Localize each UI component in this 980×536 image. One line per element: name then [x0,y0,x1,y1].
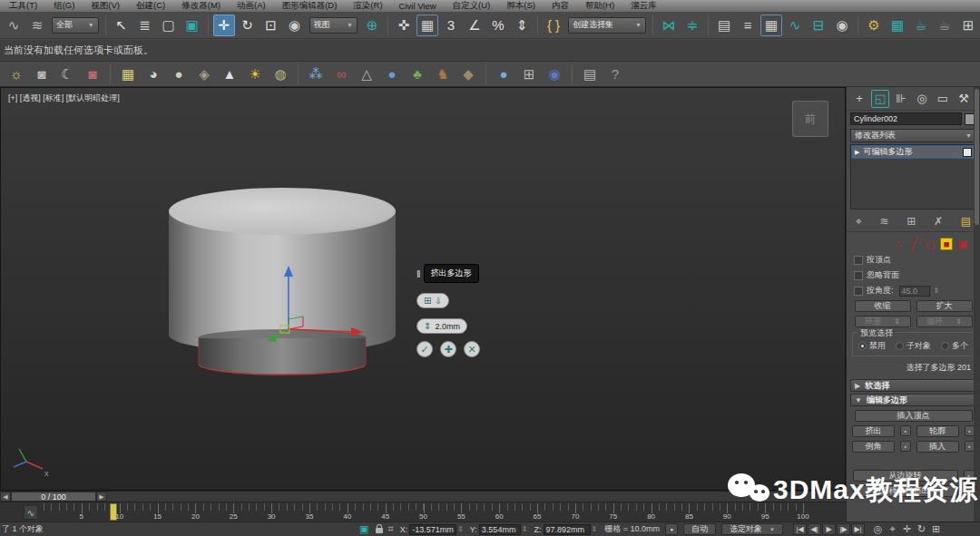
auto-key-button[interactable]: 自动 [683,523,716,535]
globe-icon[interactable]: ● [380,63,404,85]
mirror-icon[interactable]: ⋈ [658,15,680,36]
track-bar[interactable]: ∿ 51015202530354045505560657075808590951… [0,502,846,521]
next-frame-arrow[interactable]: ▶ [96,492,107,502]
rollout-edit-polygons[interactable]: ▼ 编辑多边形 [850,394,976,406]
caddy-ok-button[interactable]: ✓ [416,341,433,357]
film-camera-icon[interactable]: ◙ [81,63,104,85]
modifier-list-dropdown[interactable]: 修改器列表 ▼ [850,129,976,142]
camera-icon[interactable]: ◙ [30,63,54,85]
x-coordinate-field[interactable]: -13.571mm [409,524,456,535]
menu-item[interactable]: 脚本(S) [499,0,543,12]
tab-hierarchy[interactable]: ⊪ [892,90,910,108]
border-icon[interactable]: ▢ [924,238,936,250]
horse-icon[interactable]: ♞ [431,63,455,85]
ribbon-toggle-icon[interactable]: ▦ [760,15,782,36]
pin-stack-icon[interactable]: ⌖ [856,215,862,228]
plane-icon[interactable]: ▦ [116,63,140,85]
viewport[interactable]: x [+] [透视] [标准] [默认明暗处理] 前 ‖ 挤出多边形 ⊞ ⇩ [0,87,846,491]
orbit-icon[interactable]: ↻ [915,523,928,535]
snap-toggle-3d-icon[interactable]: 3 [440,15,462,36]
menu-item[interactable]: 工具(T) [2,0,44,12]
previous-frame-icon[interactable]: ◀| [808,523,821,535]
menu-item[interactable]: 自定义(U) [446,0,498,12]
configure-modifier-sets-icon[interactable]: ▤ [961,215,971,228]
select-and-scale-icon[interactable]: ⊡ [260,15,282,36]
cylinder-object[interactable] [169,188,396,375]
element-icon[interactable]: ▣ [956,238,969,250]
pyramid-icon[interactable]: △ [355,63,378,85]
isolate-selection-icon[interactable]: ▣ [359,523,368,535]
use-pivot-point-center-icon[interactable]: ⊕ [361,15,383,36]
select-and-manipulate-icon[interactable]: ✜ [393,15,415,36]
menu-item[interactable]: 内容 [544,0,576,12]
named-selection-sets-dropdown[interactable]: 创建选择集▼ [568,17,646,34]
make-unique-icon[interactable]: ⊞ [906,215,916,228]
remove-modifier-icon[interactable]: ✗ [934,215,943,228]
previous-frame-arrow[interactable]: ◀ [0,492,11,502]
viewcube-front-face[interactable]: 前 [805,112,816,127]
extrude-height-field[interactable]: ⇕ 2.0mm [416,318,467,334]
spinner-arrows-icon[interactable]: ⇕ [592,525,598,533]
bevel-settings-button[interactable]: ▪ [900,441,910,452]
maximize-viewport-icon[interactable]: ⊞ [929,523,943,535]
help-icon[interactable]: ? [603,63,627,85]
keyboard-override-toggle-icon[interactable]: ▦ [416,15,438,36]
extrude-settings-button[interactable]: ▪ [900,425,910,436]
zoom-extents-icon[interactable]: ⌖ [886,523,899,535]
caddy-apply-button[interactable]: ✚ [440,341,456,357]
menu-item[interactable]: 动画(A) [230,0,273,12]
menu-item[interactable]: 创建(C) [129,0,172,12]
eye-icon[interactable]: ◉ [543,63,566,85]
extrude-button[interactable]: 挤出 [852,425,895,437]
layer-explorer-icon[interactable]: ≡ [737,15,759,36]
absolute-mode-icon[interactable]: ⌗ [387,523,393,535]
loop-button[interactable]: 循环⇕ [916,316,973,327]
inset-button[interactable]: 插入 [916,441,959,453]
spinner-arrows-icon[interactable]: ⇕ [934,287,940,295]
go-to-end-icon[interactable]: ▶| [851,523,865,535]
menu-item[interactable]: 组(G) [46,0,82,12]
select-by-name-icon[interactable]: ≣ [134,15,156,36]
vertex-icon[interactable]: ∴ [891,238,904,250]
selection-filter-dropdown[interactable]: 全部▼ [52,17,99,34]
bevel-button[interactable]: 倒角 [852,441,895,453]
stack-item-editable-poly[interactable]: ▶ 可编辑多边形 [851,145,975,159]
leaf-icon[interactable]: ♣ [406,63,429,85]
render-gallery-icon[interactable]: ⊞ [957,15,979,36]
by-angle-checkbox[interactable] [854,287,863,296]
percent-snap-icon[interactable]: % [487,15,509,36]
viewcube[interactable]: 前 [792,101,828,137]
render-iterative-icon[interactable]: ☕ [934,15,956,36]
cone-icon[interactable]: ▲ [218,63,241,85]
material-editor-icon[interactable]: ◉ [831,15,853,36]
edit-named-selection-sets-icon[interactable]: { } [543,15,564,36]
preview-subobject-radio[interactable]: 子对象 [896,340,931,352]
extrude-height-value[interactable]: 2.0mm [435,322,460,331]
angle-snap-icon[interactable]: ∠ [464,15,485,36]
menu-item[interactable]: 修改器(M) [174,0,228,12]
panel-scrollbar[interactable] [974,87,980,521]
insert-vertex-button[interactable]: 插入顶点 [855,410,973,422]
menu-item[interactable]: 渲染(R) [346,0,389,12]
select-and-link-icon[interactable]: ∿ [3,15,24,36]
curve-editor-icon[interactable]: ∿ [784,15,806,36]
bind-to-space-warp-icon[interactable]: ≋ [26,15,48,36]
render-setup-icon[interactable]: ⚙ [863,15,885,36]
render-production-icon[interactable]: ☕ [910,15,932,36]
spinner-arrows-icon[interactable]: ⇕ [457,525,464,533]
light-icon[interactable]: ☼ [5,63,28,85]
moon-icon[interactable]: ☾ [55,63,79,85]
tab-display[interactable]: ▭ [934,90,952,108]
next-frame-icon[interactable]: |▶ [837,523,850,535]
expand-arrow-icon[interactable]: ▶ [855,149,859,156]
select-and-place-icon[interactable]: ◉ [284,15,306,36]
by-angle-value-field[interactable]: 45.0 [899,286,930,297]
rendered-frame-window-icon[interactable]: ▦ [887,15,908,36]
align-icon[interactable]: ≑ [681,15,703,36]
by-vertex-checkbox[interactable] [854,256,863,265]
terrain-icon[interactable]: ◆ [456,63,480,85]
scene-explorer-icon[interactable]: ▤ [713,15,735,36]
set-key-button[interactable]: ▪ [665,523,678,535]
tab-create[interactable]: + [850,90,868,108]
preview-off-radio[interactable]: 禁用 [858,340,886,352]
